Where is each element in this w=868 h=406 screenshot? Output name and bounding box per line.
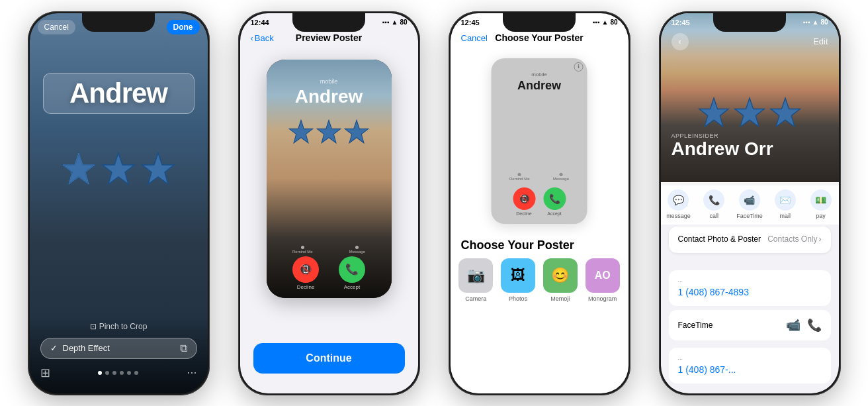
preview-star-2	[316, 119, 341, 144]
remind-msg-row: Remind Me Message	[498, 173, 581, 181]
done-button[interactable]: Done	[167, 20, 200, 34]
back-button[interactable]: ‹	[672, 33, 689, 50]
facetime-video-icon[interactable]: 📹	[786, 318, 801, 332]
monogram-box: AO	[586, 258, 620, 293]
decline-col: 📵 Decline	[292, 256, 319, 290]
bottom-phone-number[interactable]: 1 (408) 867-...	[678, 364, 736, 375]
gallery-icon[interactable]: ⊞	[40, 366, 50, 380]
crop-icon: ⊡	[90, 322, 97, 331]
card-value: Contacts Only	[767, 234, 817, 244]
wifi-icon: ▲	[812, 19, 818, 26]
decline-label: Decline	[516, 211, 531, 216]
contact-actions-row: 💬 message 📞 call 📹 FaceTime ✉️ mail 💵	[661, 182, 839, 225]
signal-icon: ▪▪▪	[803, 19, 810, 26]
battery-display: 80	[400, 19, 407, 26]
accept-button[interactable]: 📞	[339, 256, 365, 283]
preview-poster-card: mobile Andrew	[267, 60, 392, 298]
pay-action[interactable]: 💵 pay	[803, 189, 839, 219]
contact-photo-poster-card[interactable]: Contact Photo & Poster Contacts Only ›	[669, 227, 831, 253]
phone4-nav: ‹ Edit	[661, 33, 839, 50]
notch-3	[503, 13, 576, 32]
phone4-background: 12:45 ▪▪▪ ▲ 80 ‹ Edit APPLEINSIDER Andre…	[661, 13, 839, 393]
signal-icon: ▪▪▪	[382, 19, 390, 26]
phone1-background: Andrew Cancel Done ⊡ Pinch to Crop ✓ Dep…	[30, 13, 208, 393]
memoji-option[interactable]: 😊 Memoji	[542, 258, 578, 302]
mail-action[interactable]: ✉️ mail	[767, 189, 803, 219]
battery-display: 80	[610, 19, 617, 26]
svg-marker-7	[699, 97, 728, 126]
continue-button[interactable]: Continue	[253, 343, 405, 374]
time-display: 12:45	[461, 19, 480, 26]
phone3-nav: Cancel Choose Your Poster	[451, 33, 629, 43]
call-label: call	[709, 213, 718, 219]
subtitle: APPLEINSIDER	[672, 132, 828, 139]
phone2-background: 12:44 ▪▪▪ ▲ 80 ‹ Back Preview Poster mob…	[240, 13, 418, 393]
depth-effect-pill[interactable]: ✓ Depth Effect ⧉	[40, 338, 197, 359]
remind-action: Remind Me	[509, 173, 530, 181]
accept-label: Accept	[344, 284, 360, 290]
dot-6	[134, 371, 138, 375]
battery-display: 80	[820, 19, 828, 26]
phone2-nav: ‹ Back Preview Poster	[240, 33, 418, 43]
preview-star-3	[344, 119, 369, 144]
phone1-toolbar: ⊞ ···	[40, 366, 197, 380]
memoji-box: 😊	[543, 258, 578, 293]
decline-label: Decline	[297, 284, 315, 290]
facetime-action[interactable]: 📹 FaceTime	[732, 189, 767, 219]
message-action[interactable]: 💬 message	[661, 189, 697, 219]
facetime-phone-icon[interactable]: 📞	[807, 318, 822, 332]
contact-name: Andrew Orr	[672, 139, 828, 160]
dot-5	[127, 371, 131, 375]
camera-box: 📷	[458, 258, 493, 293]
call-action[interactable]: 📞 call	[696, 189, 732, 219]
phone-number-section: ··· 1 (408) 867-4893	[669, 270, 831, 306]
poster-options-grid: 📷 Camera 🖼 Photos 😊 Memoji AO Monogram	[458, 258, 621, 302]
wifi-icon: ▲	[601, 19, 608, 26]
contact-name-area: APPLEINSIDER Andrew Orr	[672, 132, 828, 160]
layers-icon: ⧉	[180, 342, 187, 354]
monogram-label: Monogram	[588, 295, 617, 302]
photos-box: 🖼	[501, 258, 535, 293]
decline-button[interactable]: 📵	[513, 187, 535, 210]
preview-call-actions: Remind Me Message 📵 Decline	[267, 238, 392, 298]
svg-marker-5	[317, 120, 340, 142]
edit-button[interactable]: Edit	[813, 36, 828, 46]
preview-contact-name: Andrew	[295, 86, 363, 107]
decline-button[interactable]: 📵	[292, 256, 319, 283]
message-action: Message	[349, 246, 365, 254]
remind-label: Remind Me	[292, 250, 313, 254]
monogram-option[interactable]: AO Monogram	[585, 258, 621, 302]
more-icon[interactable]: ···	[187, 366, 196, 380]
dot-4	[120, 371, 124, 375]
message-action: Message	[553, 173, 569, 181]
preview-card-inner: mobile Andrew	[267, 60, 392, 298]
bottom-number-header: ···	[678, 356, 822, 362]
bottom-phone-section: ··· 1 (408) 867-...	[669, 348, 831, 383]
accept-button[interactable]: 📞	[543, 187, 566, 210]
svg-marker-8	[735, 97, 764, 126]
phone-1: Andrew Cancel Done ⊡ Pinch to Crop ✓ Dep…	[28, 11, 210, 395]
contact-name: Andrew	[69, 77, 167, 109]
cancel-button[interactable]: Cancel	[461, 33, 488, 43]
star-glasses-center	[101, 152, 136, 186]
dot-1	[98, 371, 102, 375]
facetime-section: FaceTime 📹 📞	[669, 310, 831, 340]
phone-number[interactable]: 1 (408) 867-4893	[678, 287, 749, 297]
camera-option[interactable]: 📷 Camera	[458, 258, 494, 302]
cancel-button[interactable]: Cancel	[38, 20, 75, 34]
header-star-2	[734, 97, 765, 128]
dot-2	[105, 371, 109, 375]
remind-label: Remind Me	[509, 177, 530, 181]
card-value-row: Contacts Only ›	[767, 234, 821, 244]
memoji-label: Memoji	[550, 295, 570, 302]
notch-2	[292, 13, 365, 32]
svg-marker-9	[771, 97, 800, 126]
chevron-left-icon: ‹	[251, 33, 253, 43]
back-button[interactable]: ‹ Back	[251, 33, 274, 43]
photos-option[interactable]: 🖼 Photos	[500, 258, 536, 302]
status-indicators: ▪▪▪ ▲ 80	[382, 19, 408, 26]
page-title: Preview Poster	[296, 32, 362, 43]
info-icon[interactable]: ℹ	[574, 62, 584, 72]
remind-message-row: Remind Me Message	[275, 246, 384, 254]
header-star-1	[698, 97, 730, 128]
